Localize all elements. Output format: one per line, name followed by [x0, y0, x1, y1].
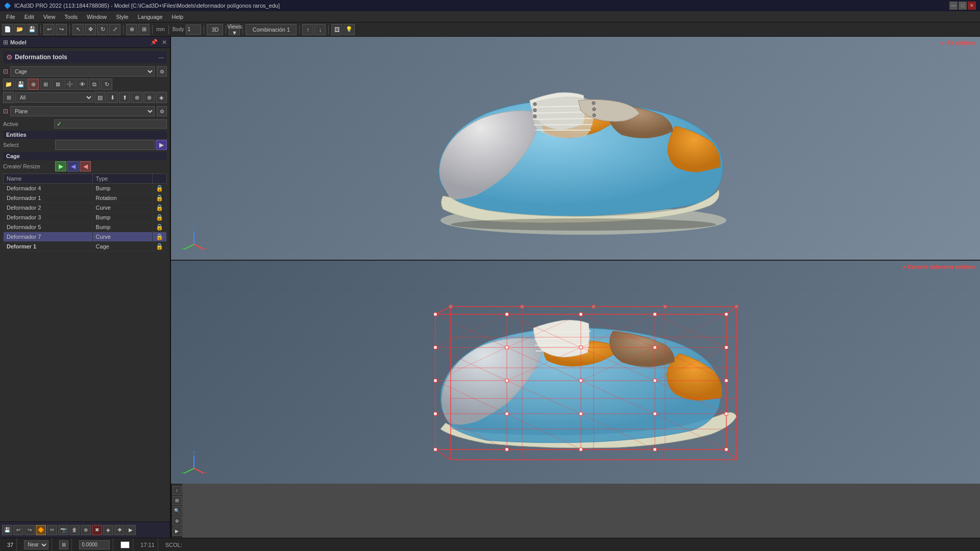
row-type: Bump — [92, 222, 152, 232]
import-btn[interactable]: ⬇ — [107, 92, 118, 103]
grid-button[interactable]: ⊞ — [138, 24, 150, 35]
export-btn[interactable]: ⬆ — [119, 92, 130, 103]
snap-button[interactable]: ⊕ — [126, 24, 137, 35]
wire-btn[interactable]: ⊠ — [52, 79, 63, 90]
panel-pin-button[interactable]: 📌 — [151, 39, 158, 45]
pb-btn6[interactable]: 📷 — [58, 525, 68, 535]
move-button[interactable]: ✥ — [85, 24, 96, 35]
rotate-button[interactable]: ↻ — [97, 24, 108, 35]
menu-language[interactable]: Language — [134, 13, 167, 21]
pb-btn4[interactable]: 🔶 — [36, 525, 46, 535]
cage-green-btn[interactable]: ▶ — [55, 161, 66, 171]
eye-btn[interactable]: 👁 — [77, 79, 88, 90]
table-row[interactable]: Deformador 5Bump🔒 — [4, 222, 167, 232]
menu-style[interactable]: Style — [112, 13, 132, 21]
svg-rect-87 — [579, 379, 582, 382]
table-row[interactable]: Deformador 1Rotation🔒 — [4, 193, 167, 203]
minimize-button[interactable]: — — [949, 2, 958, 10]
row-lock[interactable]: 🔒 — [153, 203, 167, 213]
split-btn[interactable]: ⊗ — [143, 92, 155, 103]
pb-btn8[interactable]: ⊕ — [81, 525, 91, 535]
rt-btn2[interactable]: ⊞ — [173, 496, 182, 505]
extra-btn[interactable]: ◈ — [156, 92, 167, 103]
rt-btn3[interactable]: 🔍 — [173, 506, 182, 515]
grid-icon-btn[interactable]: ⊞ — [3, 92, 14, 103]
add-btn[interactable]: ➕ — [64, 79, 76, 90]
menu-view[interactable]: View — [39, 13, 60, 21]
coord-input[interactable] — [79, 540, 110, 549]
svg-rect-98 — [653, 448, 656, 451]
row-lock[interactable]: 🔒 — [153, 184, 167, 193]
layers-btn[interactable]: ▤ — [94, 92, 106, 103]
row-lock[interactable]: 🔒 — [153, 222, 167, 232]
cage-blue-btn[interactable]: ◀ — [67, 161, 79, 171]
rt-btn1[interactable]: ↕ — [173, 486, 182, 495]
table-row[interactable]: Deformador 7Curve🔒 — [4, 232, 167, 242]
pb-btn2[interactable]: ↩ — [13, 525, 23, 535]
row-lock[interactable]: 🔒 — [153, 213, 167, 222]
pb-btn5[interactable]: ✂ — [47, 525, 57, 535]
color-swatch[interactable] — [120, 541, 130, 548]
scale-button[interactable]: ⤢ — [109, 24, 120, 35]
folder-icon-btn[interactable]: 📁 — [3, 79, 14, 90]
cage-dropdown[interactable]: Cage — [10, 66, 155, 77]
cage-settings-button[interactable]: ⚙ — [157, 66, 167, 77]
body-input[interactable] — [186, 24, 201, 35]
row-lock[interactable]: 🔒 — [153, 232, 167, 242]
table-row[interactable]: Deformer 1Cage🔒 — [4, 242, 167, 252]
mesh-btn[interactable]: ⊞ — [40, 79, 51, 90]
pb-btn3[interactable]: ↪ — [24, 525, 35, 535]
table-row[interactable]: Deformador 3Bump🔒 — [4, 213, 167, 222]
viewport-bottom[interactable]: Current deformer entities Y X Z — [171, 261, 980, 484]
entities-arrow-btn[interactable]: ▶ — [156, 140, 167, 150]
pb-more[interactable]: ▶ — [126, 525, 136, 535]
maximize-button[interactable]: □ — [959, 2, 967, 10]
panel-close-button[interactable]: ✕ — [162, 39, 167, 46]
render-button[interactable]: 🖼 — [331, 24, 342, 35]
pb-btn9[interactable]: ✖ — [92, 525, 102, 535]
light-button[interactable]: 💡 — [344, 24, 355, 35]
viewport-top[interactable]: All entities Y X Z — [171, 37, 980, 261]
rt-btn4[interactable]: ⊕ — [173, 516, 182, 525]
table-row[interactable]: Deformador 4Bump🔒 — [4, 184, 167, 193]
rt-btn5[interactable]: ▶ — [173, 527, 182, 536]
menu-help[interactable]: Help — [168, 13, 188, 21]
plane-settings-btn[interactable]: ⚙ — [157, 106, 167, 116]
cage-red-btn[interactable]: ◀ — [80, 161, 91, 171]
copy-btn[interactable]: ⧉ — [89, 79, 100, 90]
menu-edit[interactable]: Edit — [20, 13, 38, 21]
menu-window[interactable]: Window — [83, 13, 111, 21]
3d-view-button[interactable]: 3D — [207, 24, 223, 35]
views-button[interactable]: Views ▼ — [229, 24, 240, 35]
menu-file[interactable]: File — [2, 13, 19, 21]
deform-active-btn[interactable]: ⊕ — [28, 79, 39, 90]
snap-grid-btn[interactable]: ⊞ — [59, 540, 68, 549]
table-row[interactable]: Deformador 2Curve🔒 — [4, 203, 167, 213]
status-value: 37 — [4, 538, 17, 551]
pb-btn10[interactable]: ◈ — [103, 525, 113, 535]
near-select[interactable]: Near Far — [24, 540, 48, 549]
all-dropdown[interactable]: All — [15, 92, 93, 103]
row-lock[interactable]: 🔒 — [153, 242, 167, 252]
undo-button[interactable]: ↩ — [43, 24, 55, 35]
entities-input[interactable] — [55, 140, 155, 150]
plane-dropdown[interactable]: Plane — [10, 106, 155, 116]
menu-tools[interactable]: Tools — [60, 13, 82, 21]
refresh-btn[interactable]: ↻ — [101, 79, 112, 90]
close-button[interactable]: ✕ — [968, 2, 976, 10]
redo-button[interactable]: ↪ — [56, 24, 67, 35]
select-button[interactable]: ↖ — [72, 24, 84, 35]
pb-btn7[interactable]: 🗑 — [69, 525, 80, 535]
save-icon-btn[interactable]: 💾 — [15, 79, 27, 90]
row-lock[interactable]: 🔒 — [153, 193, 167, 203]
arrow-down-button[interactable]: ↓ — [314, 24, 326, 35]
save-button[interactable]: 💾 — [27, 24, 38, 35]
combo-button[interactable]: Combinación 1 — [246, 24, 297, 35]
merge-btn[interactable]: ⊕ — [131, 92, 142, 103]
open-button[interactable]: 📂 — [14, 24, 26, 35]
svg-rect-95 — [434, 448, 437, 451]
arrow-up-button[interactable]: ↑ — [302, 24, 313, 35]
pb-btn11[interactable]: ❖ — [114, 525, 125, 535]
pb-btn1[interactable]: 💾 — [2, 525, 12, 535]
new-button[interactable]: 📄 — [2, 24, 13, 35]
